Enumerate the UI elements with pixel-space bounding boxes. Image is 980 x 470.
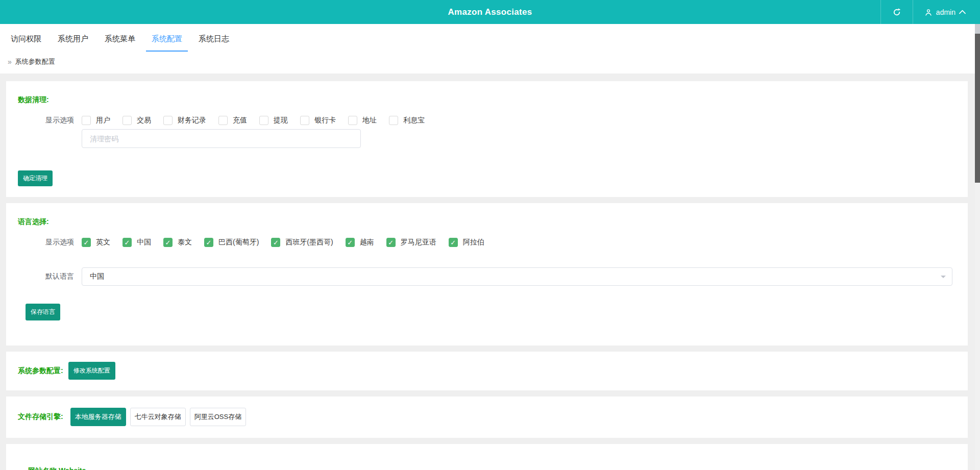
checkbox-label: 用户 [96,116,110,125]
website-name-title: 网站名称 Website [28,466,956,470]
checkbox-option[interactable]: ✓西班牙(墨西哥) [271,238,333,247]
chevron-up-icon [959,10,966,14]
checkbox-label: 巴西(葡萄牙) [218,238,259,247]
checkbox-label: 中国 [137,238,151,247]
chevron-down-icon [941,276,946,281]
selected-language-value: 中国 [90,272,104,281]
checkbox-option[interactable]: 用户 [82,116,110,125]
checkbox-label: 地址 [362,116,377,125]
system-config-title: 系统参数配置: [18,366,63,376]
checkbox-option[interactable]: 交易 [122,116,151,125]
checkbox-option[interactable]: 财务记录 [163,116,206,125]
tab-item[interactable]: 系统菜单 [99,34,141,52]
tab-item[interactable]: 系统日志 [193,34,235,52]
checkbox-checked-icon[interactable]: ✓ [346,238,355,247]
checkbox-option[interactable]: 地址 [348,116,377,125]
modify-system-config-button[interactable]: 修改系统配置 [68,362,115,380]
system-config-card: 系统参数配置: 修改系统配置 [6,352,968,390]
storage-engine-title: 文件存储引擎: [18,412,63,422]
checkbox-checked-icon[interactable]: ✓ [449,238,458,247]
data-cleanup-card: 数据清理: 显示选项 用户交易财务记录充值提现银行卡地址利息宝 确定清理 [6,81,968,197]
display-options-label: 显示选项 [18,116,74,125]
checkbox-option[interactable]: ✓巴西(葡萄牙) [204,238,259,247]
checkbox-label: 阿拉伯 [463,238,484,247]
app-header: Amazon Associates admin [0,0,980,24]
confirm-cleanup-button[interactable]: 确定清理 [18,170,53,186]
checkbox-checked-icon[interactable]: ✓ [82,238,91,247]
breadcrumb: » 系统参数配置 [0,52,980,73]
checkbox-unchecked-icon[interactable] [82,116,91,125]
checkbox-unchecked-icon[interactable] [122,116,132,125]
checkbox-option[interactable]: ✓越南 [346,238,374,247]
checkbox-checked-icon[interactable]: ✓ [271,238,280,247]
vertical-scrollbar[interactable] [975,24,980,470]
tab-item[interactable]: 访问权限 [5,34,47,52]
refresh-button[interactable] [880,0,913,24]
header-actions: admin [880,0,980,24]
cleanup-password-row [82,129,958,148]
language-title: 语言选择: [18,217,952,227]
language-options-row: 显示选项 ✓英文✓中国✓泰文✓巴西(葡萄牙)✓西班牙(墨西哥)✓越南✓罗马尼亚语… [18,238,952,247]
checkbox-label: 提现 [274,116,288,125]
checkbox-label: 英文 [96,238,110,247]
main-content: 数据清理: 显示选项 用户交易财务记录充值提现银行卡地址利息宝 确定清理 语言选… [0,73,980,470]
language-card: 语言选择: 显示选项 ✓英文✓中国✓泰文✓巴西(葡萄牙)✓西班牙(墨西哥)✓越南… [6,203,968,345]
checkbox-checked-icon[interactable]: ✓ [122,238,132,247]
checkbox-unchecked-icon[interactable] [218,116,228,125]
checkbox-option[interactable]: 银行卡 [300,116,336,125]
cleanup-options-row: 显示选项 用户交易财务记录充值提现银行卡地址利息宝 [18,116,958,125]
cleanup-checkbox-group: 用户交易财务记录充值提现银行卡地址利息宝 [82,116,425,125]
user-icon [924,8,933,16]
cleanup-password-input[interactable] [82,129,361,148]
checkbox-unchecked-icon[interactable] [163,116,173,125]
storage-option-button[interactable]: 本地服务器存储 [70,408,126,426]
checkbox-option[interactable]: 利息宝 [389,116,425,125]
checkbox-option[interactable]: ✓罗马尼亚语 [386,238,436,247]
checkbox-checked-icon[interactable]: ✓ [386,238,396,247]
checkbox-label: 西班牙(墨西哥) [285,238,333,247]
language-checkbox-group: ✓英文✓中国✓泰文✓巴西(葡萄牙)✓西班牙(墨西哥)✓越南✓罗马尼亚语✓阿拉伯 [82,238,484,247]
save-language-button[interactable]: 保存语言 [26,304,60,320]
tab-item[interactable]: 系统配置 [146,34,188,52]
scrollbar-thumb[interactable] [975,34,980,183]
checkbox-option[interactable]: 充值 [218,116,247,125]
website-card: 网站名称 Website [6,444,968,470]
checkbox-unchecked-icon[interactable] [348,116,357,125]
checkbox-option[interactable]: ✓阿拉伯 [449,238,484,247]
checkbox-checked-icon[interactable]: ✓ [163,238,173,247]
checkbox-unchecked-icon[interactable] [259,116,268,125]
storage-engine-card: 文件存储引擎: 本地服务器存储七牛云对象存储阿里云OSS存储 [6,397,968,438]
checkbox-option[interactable]: 提现 [259,116,288,125]
default-language-label: 默认语言 [18,272,74,281]
storage-options: 本地服务器存储七牛云对象存储阿里云OSS存储 [70,408,246,426]
checkbox-label: 交易 [137,116,151,125]
default-language-select[interactable]: 中国 [82,267,952,286]
checkbox-option[interactable]: ✓中国 [122,238,151,247]
checkbox-label: 利息宝 [403,116,425,125]
checkbox-option[interactable]: ✓泰文 [163,238,192,247]
checkbox-option[interactable]: ✓英文 [82,238,110,247]
data-cleanup-title: 数据清理: [18,95,958,105]
checkbox-label: 充值 [233,116,247,125]
checkbox-unchecked-icon[interactable] [389,116,398,125]
refresh-icon [892,8,901,17]
tabs-breadcrumb-band: 访问权限系统用户系统菜单系统配置系统日志 » 系统参数配置 [0,24,980,73]
app-title: Amazon Associates [448,7,532,17]
user-menu[interactable]: admin [913,0,980,24]
display-options-label: 显示选项 [18,238,74,247]
checkbox-label: 罗马尼亚语 [401,238,436,247]
checkbox-label: 银行卡 [314,116,336,125]
double-angle-right-icon: » [8,58,12,66]
storage-option-button[interactable]: 七牛云对象存储 [130,408,186,426]
checkbox-checked-icon[interactable]: ✓ [204,238,213,247]
checkbox-unchecked-icon[interactable] [300,116,309,125]
checkbox-label: 财务记录 [178,116,206,125]
checkbox-label: 越南 [360,238,374,247]
tab-item[interactable]: 系统用户 [52,34,94,52]
user-name: admin [936,8,955,16]
scrollbar-track-top [975,24,980,34]
checkbox-label: 泰文 [178,238,192,247]
storage-option-button[interactable]: 阿里云OSS存储 [190,408,246,426]
breadcrumb-label: 系统参数配置 [15,57,55,66]
default-language-row: 默认语言 中国 [18,267,952,286]
